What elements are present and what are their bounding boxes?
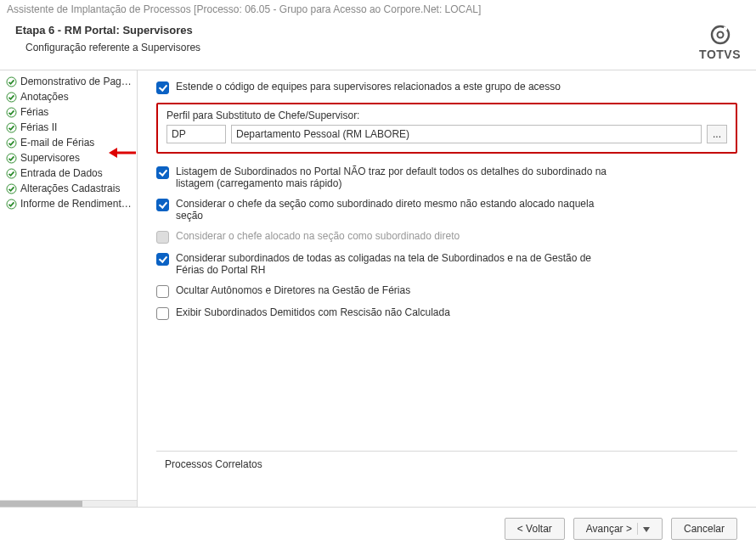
step-subtitle: Configuração referente a Supervisores: [25, 42, 200, 53]
sidebar-item-label: Supervisores: [20, 152, 80, 164]
next-button[interactable]: Avançar >: [573, 518, 663, 540]
checkbox-all-affiliates-subordinates[interactable]: [156, 253, 169, 266]
sidebar-steps: Demonstrativo de PagamenAnotaçõesFériasF…: [0, 70, 138, 507]
sidebar-item[interactable]: Supervisores: [0, 150, 137, 166]
check-icon: [5, 137, 17, 149]
sidebar-item[interactable]: Férias: [0, 104, 137, 120]
sidebar-item-label: Férias II: [20, 121, 57, 133]
profile-group-title: Perfil para Substituto de Chefe/Supervis…: [166, 109, 727, 121]
sidebar-scrollbar[interactable]: [0, 500, 137, 507]
check-icon: [5, 198, 17, 210]
sidebar-item[interactable]: Entrada de Dados: [0, 166, 137, 181]
profile-description-input[interactable]: [231, 125, 702, 143]
checkbox-label: Exibir Subordinados Demitidos com Rescis…: [176, 306, 737, 318]
checkbox-subordinate-listing-fast[interactable]: [156, 166, 169, 179]
check-icon: [5, 167, 17, 179]
checkbox-label: Considerar o chefe alocado na seção como…: [176, 230, 737, 242]
totvs-icon: [709, 24, 731, 46]
check-icon: [5, 182, 17, 194]
step-title: Etapa 6 - RM Portal: Supervisores: [15, 24, 200, 36]
wizard-window: Assistente de Implantação de Processos […: [0, 0, 756, 550]
sidebar-item[interactable]: Demonstrativo de Pagamen: [0, 74, 137, 89]
sidebar-item-label: Entrada de Dados: [20, 167, 103, 179]
svg-rect-2: [724, 27, 727, 31]
checkbox-label: Considerar o chefe da seção como subordi…: [176, 198, 618, 222]
checkbox-label: Listagem de Subordinados no Portal NÃO t…: [176, 166, 618, 189]
sidebar-item-label: E-mail de Férias: [20, 137, 94, 149]
profile-code-input[interactable]: [166, 125, 226, 143]
sidebar-item[interactable]: Informe de Rendimentos: [0, 196, 137, 211]
sidebar-item[interactable]: Alterações Cadastrais: [0, 181, 137, 196]
related-processes-panel: Processos Correlatos: [156, 451, 737, 500]
sidebar-item-label: Alterações Cadastrais: [20, 182, 120, 194]
sidebar-item[interactable]: E-mail de Férias: [0, 135, 137, 150]
sidebar-item-label: Demonstrativo de Pagamen: [20, 76, 132, 87]
profile-lookup-button[interactable]: ...: [707, 125, 727, 143]
related-processes-label: Processos Correlatos: [165, 458, 262, 470]
checkbox-label: Considerar subordinados de todas as coli…: [176, 252, 618, 276]
sidebar-item[interactable]: Férias II: [0, 120, 137, 135]
sidebar-item-label: Anotações: [20, 91, 69, 103]
check-icon: [5, 121, 17, 133]
sidebar-item[interactable]: Anotações: [0, 89, 137, 104]
wizard-header: Etapa 6 - RM Portal: Supervisores Config…: [0, 19, 756, 70]
check-icon: [5, 91, 17, 103]
checkbox-label: Ocultar Autônomos e Diretores na Gestão …: [176, 284, 737, 296]
window-title: Assistente de Implantação de Processos […: [0, 0, 756, 19]
check-icon: [5, 76, 17, 87]
check-icon: [5, 106, 17, 118]
checkbox-section-chief-direct[interactable]: [156, 199, 169, 211]
checkbox-hide-autonomous-directors[interactable]: [156, 285, 169, 298]
content-panel: Estende o código de equipes para supervi…: [138, 70, 756, 507]
check-icon: [5, 152, 17, 164]
totvs-logo: TOTVS: [699, 24, 741, 61]
checkbox-extend-team-code[interactable]: [156, 81, 169, 94]
sidebar-item-label: Informe de Rendimentos: [20, 198, 132, 210]
next-dropdown-icon[interactable]: [637, 523, 650, 535]
svg-point-1: [717, 32, 723, 38]
profile-substitute-group: Perfil para Substituto de Chefe/Supervis…: [156, 103, 737, 154]
cancel-button[interactable]: Cancelar: [671, 518, 737, 540]
checkbox-show-dismissed-unresolved[interactable]: [156, 307, 169, 320]
sidebar-item-label: Férias: [20, 106, 48, 118]
checkbox-label: Estende o código de equipes para supervi…: [176, 81, 737, 93]
checkbox-allocated-chief-direct: [156, 231, 169, 244]
back-button[interactable]: < Voltar: [505, 518, 565, 540]
wizard-footer: < Voltar Avançar > Cancelar: [0, 507, 756, 550]
svg-marker-14: [643, 527, 650, 532]
